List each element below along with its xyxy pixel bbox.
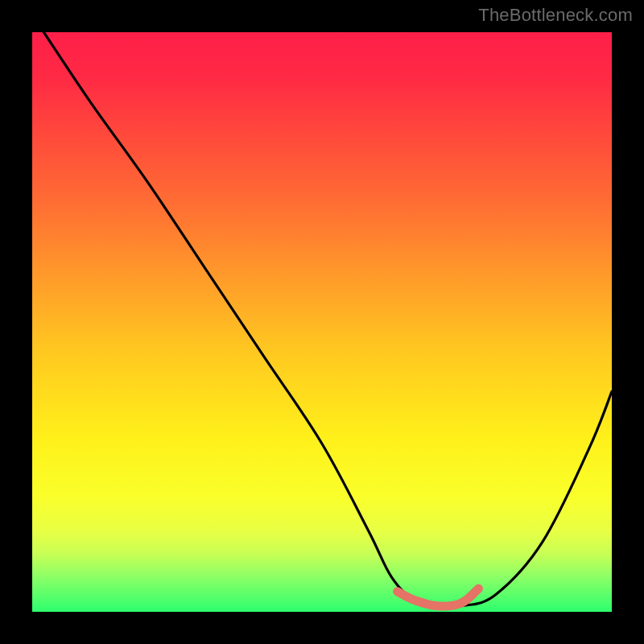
chart-svg <box>32 32 612 612</box>
optimal-band <box>398 588 479 606</box>
bottleneck-curve <box>43 32 612 607</box>
watermark-text: TheBottleneck.com <box>478 5 633 26</box>
chart-frame: TheBottleneck.com <box>0 0 644 644</box>
plot-area <box>32 32 612 612</box>
